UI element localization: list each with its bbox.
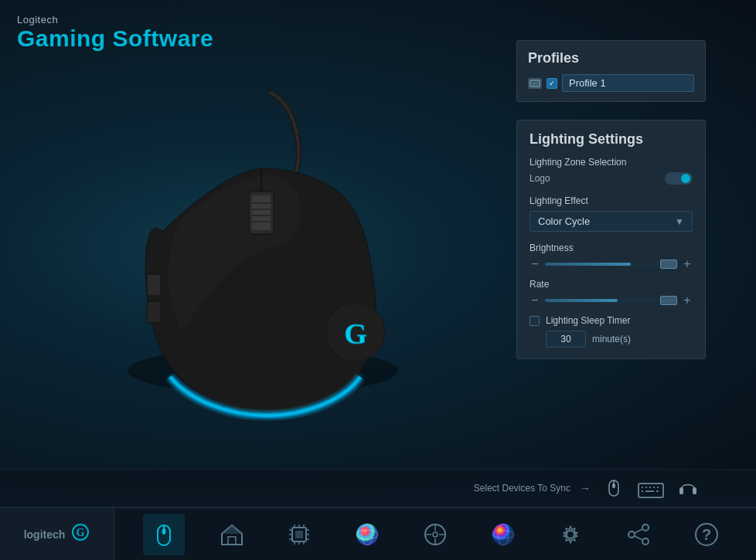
sleep-timer-input[interactable] <box>546 331 586 348</box>
sync-bar: Select Devices To Sync → <box>0 469 756 507</box>
svg-point-57 <box>492 524 514 545</box>
profile-name[interactable]: Profile 1 <box>562 74 694 92</box>
nav-item-mouse[interactable] <box>143 514 185 555</box>
rate-slider-row: − + <box>530 294 693 307</box>
nav-item-share[interactable] <box>618 514 659 555</box>
mouse-display: G <box>46 62 479 463</box>
app-title: Gaming Software <box>17 25 213 51</box>
zone-row: Logo <box>530 172 693 185</box>
svg-line-64 <box>635 529 642 533</box>
brightness-slider-row: − + <box>530 257 693 271</box>
rate-slider[interactable] <box>545 299 677 302</box>
rate-section: Rate − + <box>530 279 693 307</box>
svg-rect-35 <box>295 531 303 538</box>
nav-item-settings[interactable] <box>550 514 591 555</box>
sleep-timer-input-row: minute(s) <box>546 331 693 348</box>
nav-item-sphere2[interactable] <box>482 514 524 555</box>
svg-rect-26 <box>693 487 696 494</box>
svg-point-52 <box>433 532 438 537</box>
brightness-fill <box>545 263 631 266</box>
lighting-panel: Lighting Settings Lighting Zone Selectio… <box>516 120 706 359</box>
dropdown-arrow-icon: ▼ <box>675 216 684 227</box>
nav-logo-icon: G <box>71 523 90 545</box>
effect-dropdown[interactable]: Color Cycle ▼ <box>530 211 693 232</box>
rate-increase-button[interactable]: + <box>682 294 693 307</box>
zone-selection-label: Lighting Zone Selection <box>530 157 693 168</box>
svg-point-60 <box>567 531 574 538</box>
nav-logo-text: logitech <box>24 528 66 541</box>
rate-label: Rate <box>530 279 693 290</box>
svg-rect-12 <box>532 82 538 85</box>
nav-item-crosshair[interactable] <box>414 514 456 555</box>
sync-text: Select Devices To Sync <box>474 483 570 494</box>
bottom-nav: logitech G <box>0 507 756 560</box>
profile-checkbox[interactable] <box>547 78 557 89</box>
logo-label: Logo <box>530 173 550 184</box>
sleep-timer-unit: minute(s) <box>592 334 631 344</box>
svg-point-31 <box>162 528 165 535</box>
rate-thumb[interactable] <box>660 296 677 305</box>
svg-text:G: G <box>77 527 85 538</box>
svg-marker-33 <box>222 525 242 534</box>
svg-text:?: ? <box>702 526 711 543</box>
svg-point-61 <box>642 524 649 531</box>
brand-name: Logitech <box>17 14 213 25</box>
app-header: Logitech Gaming Software <box>17 14 213 51</box>
sleep-timer-row: Lighting Sleep Timer <box>530 315 693 326</box>
brightness-increase-button[interactable]: + <box>682 257 693 271</box>
svg-rect-32 <box>228 537 236 545</box>
lighting-title: Lighting Settings <box>530 131 693 148</box>
profiles-panel: Profiles Profile 1 <box>516 40 706 102</box>
svg-point-63 <box>642 538 649 545</box>
nav-logo: logitech G <box>0 508 114 561</box>
profile-row: Profile 1 <box>528 74 694 92</box>
svg-rect-25 <box>679 487 683 494</box>
nav-item-rgb[interactable] <box>346 514 388 555</box>
sync-mouse-device[interactable] <box>600 474 628 502</box>
svg-line-65 <box>635 536 642 540</box>
svg-rect-8 <box>147 301 161 323</box>
svg-rect-2 <box>252 195 271 230</box>
nav-items: ? <box>114 514 756 555</box>
sync-arrow-icon: → <box>580 482 591 494</box>
brightness-thumb[interactable] <box>660 260 677 269</box>
profiles-title: Profiles <box>528 50 694 66</box>
svg-rect-7 <box>147 274 161 296</box>
nav-item-home[interactable] <box>211 514 253 555</box>
rate-fill <box>545 299 618 302</box>
sync-headset-device[interactable] <box>674 474 702 502</box>
svg-rect-16 <box>639 484 663 497</box>
effect-value: Color Cycle <box>538 216 675 227</box>
svg-text:G: G <box>344 317 367 350</box>
profile-icon <box>528 78 542 89</box>
effect-label: Lighting Effect <box>530 195 693 206</box>
brightness-slider[interactable] <box>545 263 677 266</box>
rate-decrease-button[interactable]: − <box>530 294 540 307</box>
brightness-decrease-button[interactable]: − <box>530 257 540 271</box>
nav-item-help[interactable]: ? <box>686 514 727 555</box>
logo-toggle[interactable] <box>665 172 693 185</box>
sync-keyboard-device[interactable] <box>637 474 665 502</box>
sleep-timer-checkbox[interactable] <box>530 316 540 326</box>
nav-item-cpu[interactable] <box>278 514 320 555</box>
svg-point-62 <box>628 531 635 538</box>
toggle-track <box>665 172 693 185</box>
brightness-label: Brightness <box>530 243 693 253</box>
brightness-section: Brightness − + <box>530 243 693 271</box>
svg-point-48 <box>356 524 378 545</box>
sleep-timer-label: Lighting Sleep Timer <box>546 315 630 326</box>
svg-point-15 <box>612 484 615 488</box>
toggle-thumb <box>681 174 690 183</box>
